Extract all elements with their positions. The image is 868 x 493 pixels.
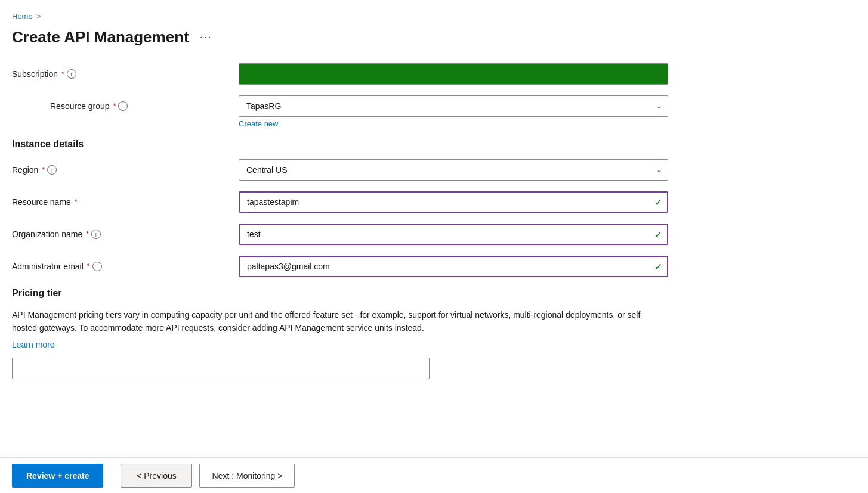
org-name-input[interactable] [239,224,668,245]
resource-group-control: TapasRG ⌄ Create new [239,95,668,128]
pricing-tier-section: Pricing tier API Management pricing tier… [12,288,668,379]
subscription-required: * [61,70,64,78]
org-name-required: * [86,230,89,238]
page-title: Create API Management [12,28,189,46]
resource-group-info-icon[interactable]: i [118,101,128,111]
review-create-button[interactable]: Review + create [12,464,103,488]
instance-details-heading: Instance details [12,139,668,150]
region-info-icon[interactable]: i [47,165,57,175]
resource-name-label: Resource name * [12,191,239,207]
subscription-info-icon[interactable]: i [67,69,76,79]
admin-email-check-icon: ✓ [654,261,662,272]
admin-email-label: Administrator email * i [12,256,239,271]
subscription-row: Subscription * i ⌄ [12,63,668,85]
admin-email-input-wrapper: ✓ [239,256,668,277]
subscription-label: Subscription * i [12,63,239,79]
region-label: Region * i [12,159,239,175]
org-name-label: Organization name * i [12,224,239,239]
subscription-select-wrapper: ⌄ [239,63,668,85]
region-control: Central US ⌄ [239,159,668,181]
resource-group-select-wrapper: TapasRG ⌄ [239,95,668,117]
region-row: Region * i Central US ⌄ [12,159,668,181]
org-name-row: Organization name * i ✓ [12,224,668,245]
breadcrumb-separator: > [36,12,41,21]
footer-divider [113,465,113,486]
learn-more-link[interactable]: Learn more [12,340,55,349]
admin-email-required: * [87,262,90,271]
region-select[interactable]: Central US [239,159,668,181]
breadcrumb: Home > [12,12,844,21]
previous-button[interactable]: < Previous [121,464,192,488]
region-select-wrapper: Central US ⌄ [239,159,668,181]
admin-email-control: ✓ [239,256,668,277]
pricing-tier-heading: Pricing tier [12,288,668,299]
subscription-hidden-value [246,70,354,78]
ellipsis-button[interactable]: ··· [196,30,216,45]
pricing-tier-select-placeholder[interactable] [12,358,430,379]
resource-group-select[interactable]: TapasRG [239,95,668,117]
pricing-description: API Management pricing tiers vary in com… [12,308,668,335]
resource-name-required: * [75,198,78,206]
subscription-bar[interactable] [239,63,668,85]
subscription-control: ⌄ [239,63,668,85]
admin-email-input[interactable] [239,256,668,277]
org-name-control: ✓ [239,224,668,245]
resource-group-row: Resource group * i TapasRG ⌄ Create new [12,95,668,128]
region-required: * [42,166,45,174]
resource-name-check-icon: ✓ [654,197,662,208]
resource-name-row: Resource name * ✓ [12,191,668,213]
resource-name-input-wrapper: ✓ [239,191,668,213]
admin-email-info-icon[interactable]: i [92,262,102,271]
resource-group-required: * [113,102,116,110]
next-monitoring-button[interactable]: Next : Monitoring > [199,464,295,488]
org-name-info-icon[interactable]: i [91,230,101,239]
form-section: Subscription * i ⌄ Resource group * i [12,63,668,277]
resource-name-input[interactable] [239,191,668,213]
resource-name-control: ✓ [239,191,668,213]
breadcrumb-home[interactable]: Home [12,12,33,21]
org-name-input-wrapper: ✓ [239,224,668,245]
resource-group-label: Resource group * i [12,95,239,111]
org-name-check-icon: ✓ [654,229,662,240]
create-new-link[interactable]: Create new [239,119,278,128]
bottom-bar: Review + create < Previous Next : Monito… [0,457,868,493]
admin-email-row: Administrator email * i ✓ [12,256,668,277]
